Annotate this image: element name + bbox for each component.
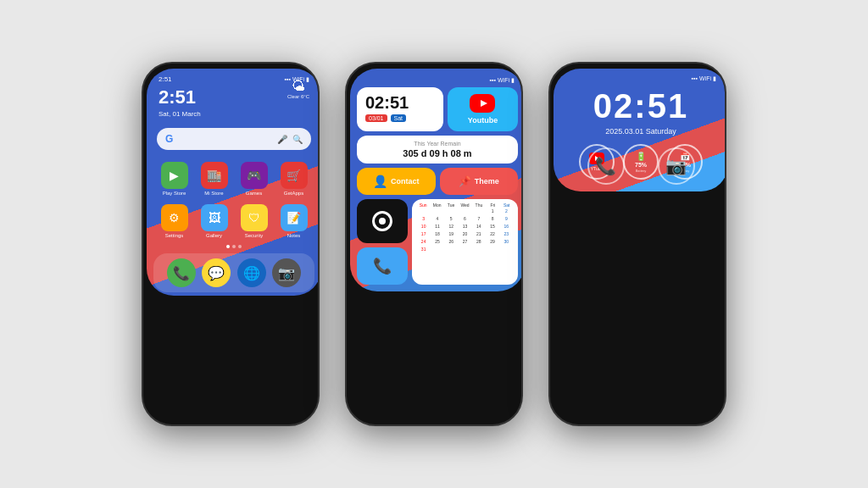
p2-youtube-widget[interactable]: Youtube xyxy=(448,87,518,131)
theme-label: Theme xyxy=(475,177,499,186)
p2-clock-widget: 02:51 03/01 Sat xyxy=(357,87,443,131)
p2-contact-widget[interactable]: 👤 Contact xyxy=(357,168,436,195)
p3-status-bar: ▪▪▪ WiFi ▮ xyxy=(554,69,726,84)
youtube-label: Youtube xyxy=(468,116,498,125)
cal-cell: 28 xyxy=(472,238,485,245)
cal-cell: 18 xyxy=(431,230,443,237)
app-gallery[interactable]: 🖼 Gallery xyxy=(197,204,231,238)
notes-label: Notes xyxy=(287,233,301,238)
cal-cell: 29 xyxy=(486,238,498,245)
cal-cell: 11 xyxy=(431,223,443,230)
play-store-icon: ▶ xyxy=(161,162,188,189)
p2-camera-widget[interactable] xyxy=(357,199,408,243)
cal-cell: 6 xyxy=(459,215,471,222)
p3-status-icons: ▪▪▪ WiFi ▮ xyxy=(692,75,716,82)
cal-cell xyxy=(472,208,485,214)
p3-battery-icon: ▮ xyxy=(713,75,716,82)
youtube-icon xyxy=(470,94,495,113)
mi-store-label: Mi Store xyxy=(204,191,223,196)
dock-browser-icon[interactable]: 🌐 xyxy=(237,258,266,287)
dock-phone-icon[interactable]: 📞 xyxy=(167,258,196,287)
lens-icon: 🔍 xyxy=(292,135,303,144)
cal-cell: 7 xyxy=(472,215,485,222)
phone-1-screen: 2:51 ▪▪▪ WiFi ▮ 2:51 Sat, 01 March 🌤 Cle… xyxy=(147,69,320,296)
p2-remain-value: 305 d 09 h 08 m xyxy=(365,148,509,158)
p2-row4: 📞 Sun Mon Tue Wed Thu Fri Sat xyxy=(357,199,518,285)
p1-time: 2:51 xyxy=(159,75,172,83)
p1-page-dots xyxy=(147,245,320,248)
app-games[interactable]: 🎮 Games xyxy=(236,162,271,196)
cal-cell: 1 xyxy=(486,208,498,214)
p1-search-bar[interactable]: G 🎤 🔍 xyxy=(157,128,311,150)
p2-phone-widget[interactable]: 📞 xyxy=(357,247,408,285)
getapps-icon: 🛒 xyxy=(281,162,308,189)
p2-theme-widget[interactable]: 📌 Theme xyxy=(440,168,519,195)
page-dot-3 xyxy=(238,245,242,248)
phone-2-screen: ▪▪▪ WiFi ▮ 02:51 03/01 Sat xyxy=(350,69,523,291)
cal-cell: 26 xyxy=(445,238,458,245)
page-dot-2 xyxy=(232,245,236,248)
play-store-label: Play Store xyxy=(163,191,186,196)
page-dot-1 xyxy=(226,245,230,248)
p1-weather-text: Clear 6°C xyxy=(287,94,309,99)
games-label: Games xyxy=(246,191,262,196)
cal-cell: 8 xyxy=(486,215,498,222)
p3-wifi-icon: WiFi xyxy=(699,75,711,82)
cal-cell: 16 xyxy=(500,223,513,230)
cal-cell xyxy=(417,208,430,214)
p2-cal-grid: 1 2 3 4 5 6 7 8 9 10 11 12 13 14 xyxy=(417,208,513,252)
contact-icon: 👤 xyxy=(373,175,387,188)
cal-cell: 10 xyxy=(417,223,430,230)
cal-cell: 14 xyxy=(472,223,485,230)
p2-remain-title: This Year Remain xyxy=(365,141,509,147)
phone-2: ▪▪▪ WiFi ▮ 02:51 03/01 Sat xyxy=(345,62,523,426)
weather-icon: 🌤 xyxy=(292,79,305,94)
p2-widget-grid: 02:51 03/01 Sat Youtube This Year Remain… xyxy=(357,87,518,285)
p2-calendar-widget: Sun Mon Tue Wed Thu Fri Sat 1 xyxy=(412,199,518,285)
p1-dock: 📞 💬 🌐 📷 xyxy=(153,253,314,292)
gallery-label: Gallery xyxy=(206,233,222,238)
dock-messages-icon[interactable]: 💬 xyxy=(202,258,231,287)
p1-apps-row2: ⚙ Settings 🖼 Gallery 🛡 Security 📝 Notes xyxy=(147,201,320,241)
app-notes[interactable]: 📝 Notes xyxy=(276,204,311,238)
camera-dot-icon xyxy=(379,218,386,225)
contact-label: Contact xyxy=(391,177,420,186)
p3-signal-icon: ▪▪▪ xyxy=(692,75,698,82)
app-security[interactable]: 🛡 Security xyxy=(236,204,271,238)
p1-date: Sat, 01 March xyxy=(147,110,320,121)
phone-3-screen: ▪▪▪ WiFi ▮ 02:51 2025.03.01 Saturday YTu… xyxy=(554,69,726,191)
camera-ring-icon xyxy=(372,211,392,231)
settings-icon: ⚙ xyxy=(161,204,188,231)
cal-cell: 31 xyxy=(417,246,430,252)
cal-cell: 30 xyxy=(500,238,513,245)
cal-cell xyxy=(445,208,458,214)
phone-call-icon: 📞 xyxy=(373,257,392,275)
p1-weather: 🌤 Clear 6°C xyxy=(287,79,309,99)
mic-icon: 🎤 xyxy=(277,135,287,144)
cal-cell: 21 xyxy=(472,230,485,237)
cal-cell: 3 xyxy=(417,215,430,222)
p3-camera-button[interactable]: 📷 xyxy=(658,147,695,185)
p2-clock-time: 02:51 xyxy=(365,94,409,111)
settings-label: Settings xyxy=(165,233,184,238)
cal-cell: 27 xyxy=(459,238,471,245)
cal-cell: 12 xyxy=(445,223,458,230)
notes-icon: 📝 xyxy=(281,204,308,231)
dock-camera-icon[interactable]: 📷 xyxy=(272,258,301,287)
p2-remain-widget: This Year Remain 305 d 09 h 08 m xyxy=(357,136,518,164)
cal-cell xyxy=(431,208,443,214)
p3-call-button[interactable]: 📞 xyxy=(587,147,625,185)
mi-store-icon: 🏬 xyxy=(201,162,228,189)
app-mi-store[interactable]: 🏬 Mi Store xyxy=(197,162,231,196)
cal-cell: 2 xyxy=(500,208,513,214)
cal-cell: 19 xyxy=(445,230,458,237)
cal-cell: 22 xyxy=(486,230,498,237)
security-label: Security xyxy=(245,233,264,238)
p2-status-icons: ▪▪▪ WiFi ▮ xyxy=(490,77,515,84)
app-getapps[interactable]: 🛒 GetApps xyxy=(276,162,311,196)
google-g-icon: G xyxy=(165,133,173,145)
app-settings[interactable]: ⚙ Settings xyxy=(157,204,192,238)
svg-marker-0 xyxy=(481,100,487,107)
app-play-store[interactable]: ▶ Play Store xyxy=(157,162,192,196)
p3-bottom-bar: 📞 📷 xyxy=(554,147,726,185)
